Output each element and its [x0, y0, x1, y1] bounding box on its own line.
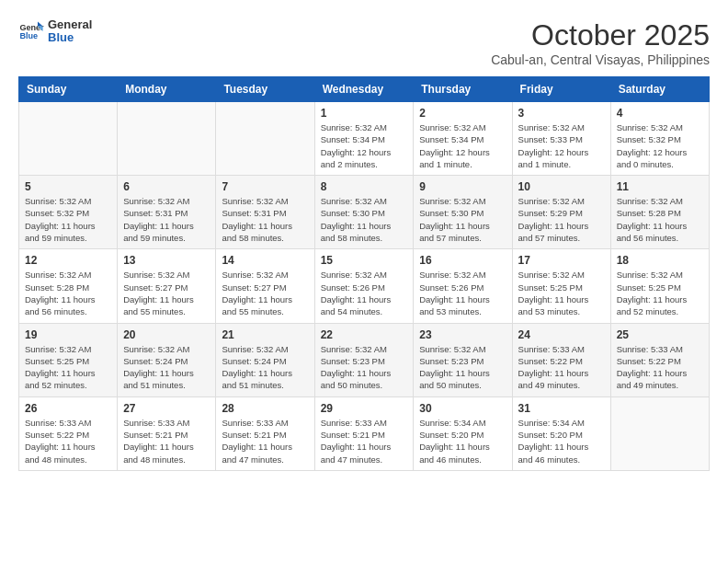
day-info: Sunrise: 5:32 AM Sunset: 5:34 PM Dayligh…: [419, 121, 506, 170]
day-number: 20: [123, 328, 210, 341]
day-info: Sunrise: 5:32 AM Sunset: 5:28 PM Dayligh…: [25, 269, 111, 317]
calendar-week-row: 26Sunrise: 5:33 AM Sunset: 5:22 PM Dayli…: [19, 396, 710, 470]
calendar-cell: [610, 396, 709, 470]
calendar-cell: 21Sunrise: 5:32 AM Sunset: 5:24 PM Dayli…: [216, 323, 314, 396]
day-number: 8: [321, 180, 408, 193]
day-info: Sunrise: 5:32 AM Sunset: 5:26 PM Dayligh…: [321, 269, 408, 317]
calendar-cell: 4Sunrise: 5:32 AM Sunset: 5:32 PM Daylig…: [610, 102, 709, 176]
calendar-cell: [118, 102, 216, 176]
day-info: Sunrise: 5:33 AM Sunset: 5:21 PM Dayligh…: [222, 417, 308, 465]
calendar-cell: 11Sunrise: 5:32 AM Sunset: 5:28 PM Dayli…: [610, 176, 709, 249]
day-info: Sunrise: 5:32 AM Sunset: 5:23 PM Dayligh…: [419, 343, 506, 392]
day-number: 30: [419, 402, 506, 415]
weekday-header: Tuesday: [216, 77, 314, 102]
day-number: 1: [321, 107, 408, 120]
weekday-header: Friday: [512, 77, 610, 102]
header: General Blue General Blue October 2025 C…: [18, 18, 710, 67]
calendar-week-row: 12Sunrise: 5:32 AM Sunset: 5:28 PM Dayli…: [19, 249, 710, 323]
day-info: Sunrise: 5:32 AM Sunset: 5:34 PM Dayligh…: [321, 121, 408, 170]
calendar-cell: 9Sunrise: 5:32 AM Sunset: 5:30 PM Daylig…: [414, 176, 512, 249]
calendar-cell: 7Sunrise: 5:32 AM Sunset: 5:31 PM Daylig…: [216, 176, 314, 249]
calendar-week-row: 5Sunrise: 5:32 AM Sunset: 5:32 PM Daylig…: [19, 176, 710, 249]
day-info: Sunrise: 5:32 AM Sunset: 5:25 PM Dayligh…: [518, 269, 605, 317]
weekday-row: SundayMondayTuesdayWednesdayThursdayFrid…: [19, 77, 710, 102]
calendar-cell: 27Sunrise: 5:33 AM Sunset: 5:21 PM Dayli…: [118, 396, 216, 470]
calendar-cell: 5Sunrise: 5:32 AM Sunset: 5:32 PM Daylig…: [19, 176, 118, 249]
day-info: Sunrise: 5:32 AM Sunset: 5:24 PM Dayligh…: [123, 343, 210, 392]
calendar-cell: [19, 102, 118, 176]
svg-text:Blue: Blue: [19, 32, 38, 41]
day-number: 3: [518, 107, 605, 120]
day-number: 28: [222, 402, 308, 415]
day-number: 23: [419, 328, 506, 341]
calendar-cell: 10Sunrise: 5:32 AM Sunset: 5:29 PM Dayli…: [512, 176, 610, 249]
day-number: 17: [518, 254, 605, 267]
day-number: 12: [25, 254, 111, 267]
calendar-cell: 19Sunrise: 5:32 AM Sunset: 5:25 PM Dayli…: [19, 323, 118, 396]
logo-blue: Blue: [48, 31, 92, 44]
calendar-cell: 2Sunrise: 5:32 AM Sunset: 5:34 PM Daylig…: [414, 102, 512, 176]
day-number: 2: [419, 107, 506, 120]
title-area: October 2025 Cabul-an, Central Visayas, …: [491, 18, 710, 67]
calendar-table: SundayMondayTuesdayWednesdayThursdayFrid…: [18, 76, 710, 471]
day-number: 11: [617, 180, 703, 193]
calendar-cell: 23Sunrise: 5:32 AM Sunset: 5:23 PM Dayli…: [414, 323, 512, 396]
calendar-cell: 18Sunrise: 5:32 AM Sunset: 5:25 PM Dayli…: [610, 249, 709, 323]
day-number: 16: [419, 254, 506, 267]
day-number: 24: [518, 328, 605, 341]
calendar-cell: 28Sunrise: 5:33 AM Sunset: 5:21 PM Dayli…: [216, 396, 314, 470]
location: Cabul-an, Central Visayas, Philippines: [491, 52, 710, 67]
calendar-cell: 15Sunrise: 5:32 AM Sunset: 5:26 PM Dayli…: [314, 249, 414, 323]
day-info: Sunrise: 5:33 AM Sunset: 5:22 PM Dayligh…: [617, 343, 703, 392]
logo: General Blue General Blue: [18, 18, 92, 45]
day-info: Sunrise: 5:32 AM Sunset: 5:25 PM Dayligh…: [25, 343, 111, 392]
day-number: 18: [617, 254, 703, 267]
day-number: 14: [222, 254, 308, 267]
day-number: 4: [617, 107, 703, 120]
calendar-cell: 8Sunrise: 5:32 AM Sunset: 5:30 PM Daylig…: [314, 176, 414, 249]
calendar-cell: 25Sunrise: 5:33 AM Sunset: 5:22 PM Dayli…: [610, 323, 709, 396]
day-info: Sunrise: 5:34 AM Sunset: 5:20 PM Dayligh…: [419, 417, 506, 465]
day-info: Sunrise: 5:32 AM Sunset: 5:24 PM Dayligh…: [222, 343, 308, 392]
calendar-cell: 26Sunrise: 5:33 AM Sunset: 5:22 PM Dayli…: [19, 396, 118, 470]
day-number: 6: [123, 180, 210, 193]
day-number: 31: [518, 402, 605, 415]
day-number: 21: [222, 328, 308, 341]
calendar-cell: [216, 102, 314, 176]
weekday-header: Wednesday: [314, 77, 414, 102]
day-info: Sunrise: 5:32 AM Sunset: 5:31 PM Dayligh…: [222, 195, 308, 244]
day-info: Sunrise: 5:32 AM Sunset: 5:28 PM Dayligh…: [617, 195, 703, 244]
calendar-cell: 6Sunrise: 5:32 AM Sunset: 5:31 PM Daylig…: [118, 176, 216, 249]
calendar-cell: 20Sunrise: 5:32 AM Sunset: 5:24 PM Dayli…: [118, 323, 216, 396]
day-info: Sunrise: 5:32 AM Sunset: 5:29 PM Dayligh…: [518, 195, 605, 244]
calendar-cell: 12Sunrise: 5:32 AM Sunset: 5:28 PM Dayli…: [19, 249, 118, 323]
day-info: Sunrise: 5:32 AM Sunset: 5:30 PM Dayligh…: [321, 195, 408, 244]
calendar-cell: 14Sunrise: 5:32 AM Sunset: 5:27 PM Dayli…: [216, 249, 314, 323]
day-number: 22: [321, 328, 408, 341]
calendar-cell: 1Sunrise: 5:32 AM Sunset: 5:34 PM Daylig…: [314, 102, 414, 176]
calendar-cell: 30Sunrise: 5:34 AM Sunset: 5:20 PM Dayli…: [414, 396, 512, 470]
day-info: Sunrise: 5:32 AM Sunset: 5:30 PM Dayligh…: [419, 195, 506, 244]
calendar-cell: 31Sunrise: 5:34 AM Sunset: 5:20 PM Dayli…: [512, 396, 610, 470]
day-number: 5: [25, 180, 111, 193]
day-number: 19: [25, 328, 111, 341]
calendar-body: 1Sunrise: 5:32 AM Sunset: 5:34 PM Daylig…: [19, 102, 710, 471]
logo-icon: General Blue: [18, 18, 44, 44]
day-info: Sunrise: 5:32 AM Sunset: 5:27 PM Dayligh…: [222, 269, 308, 317]
calendar-cell: 17Sunrise: 5:32 AM Sunset: 5:25 PM Dayli…: [512, 249, 610, 323]
day-number: 13: [123, 254, 210, 267]
calendar-cell: 24Sunrise: 5:33 AM Sunset: 5:22 PM Dayli…: [512, 323, 610, 396]
day-number: 10: [518, 180, 605, 193]
calendar-cell: 29Sunrise: 5:33 AM Sunset: 5:21 PM Dayli…: [314, 396, 414, 470]
logo-general: General: [48, 18, 92, 31]
day-info: Sunrise: 5:32 AM Sunset: 5:32 PM Dayligh…: [25, 195, 111, 244]
calendar-header: SundayMondayTuesdayWednesdayThursdayFrid…: [19, 77, 710, 102]
weekday-header: Monday: [118, 77, 216, 102]
day-number: 27: [123, 402, 210, 415]
weekday-header: Saturday: [610, 77, 709, 102]
day-info: Sunrise: 5:32 AM Sunset: 5:32 PM Dayligh…: [617, 121, 703, 170]
day-number: 25: [617, 328, 703, 341]
weekday-header: Thursday: [414, 77, 512, 102]
day-number: 7: [222, 180, 308, 193]
calendar-cell: 3Sunrise: 5:32 AM Sunset: 5:33 PM Daylig…: [512, 102, 610, 176]
